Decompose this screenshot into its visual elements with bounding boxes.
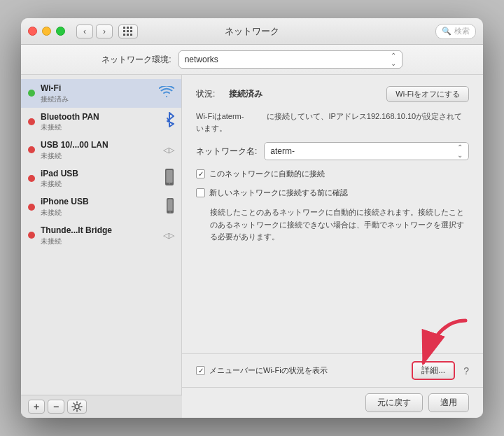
env-dropdown[interactable]: networks ⌃⌄ <box>178 50 402 69</box>
sidebar: Wi-Fi 接続済み Bluetooth PAN 未接続 <box>21 75 182 418</box>
status-value: 接続済み <box>229 88 262 100</box>
add-network-button[interactable]: + <box>28 400 45 414</box>
svg-point-5 <box>169 211 171 213</box>
network-name-bluetooth: Bluetooth PAN <box>41 112 159 123</box>
expand-icon-thunderbolt: ◁▷ <box>163 231 174 240</box>
status-dot-green <box>28 90 35 97</box>
status-description: Wi-Fiはaterm- に接続していて、IPアドレス192.168.10.10… <box>196 111 469 134</box>
auto-connect-label: このネットワークに自動的に接続 <box>209 169 325 179</box>
status-dot-red-iphone <box>28 204 35 211</box>
auto-connect-checkbox[interactable] <box>196 169 205 178</box>
network-status-iphone: 未接続 <box>41 208 160 217</box>
status-dot-red-ipad <box>28 175 35 182</box>
sidebar-item-wifi[interactable]: Wi-Fi 接続済み <box>21 79 181 108</box>
network-name-usb10: USB 10/...00 LAN <box>41 140 158 151</box>
status-row: 状況: 接続済み Wi-Fiをオフにする <box>196 86 469 102</box>
revert-button[interactable]: 元に戻す <box>365 393 423 412</box>
network-status-thunderbolt: 未接続 <box>41 237 158 246</box>
search-icon: 🔍 <box>442 27 451 36</box>
network-status-bluetooth: 未接続 <box>41 122 159 132</box>
sidebar-item-thunderbolt[interactable]: Thunde...lt Bridge 未接続 ◁▷ <box>21 221 181 250</box>
network-name-wifi: Wi-Fi <box>41 83 153 94</box>
menubar-label: メニューバーにWi-Fiの状況を表示 <box>209 365 328 376</box>
svg-rect-6 <box>169 198 172 199</box>
network-name-iphone: iPhone USB <box>41 197 160 208</box>
detail-button[interactable]: 詳細... <box>412 361 455 380</box>
expand-icon-usb10: ◁▷ <box>163 146 174 155</box>
detail-panel: 状況: 接続済み Wi-Fiをオフにする Wi-Fiはaterm- に接続してい… <box>182 75 483 418</box>
wifi-icon <box>159 86 174 101</box>
network-name-ipad: iPad USB <box>41 169 159 180</box>
svg-rect-1 <box>167 170 173 183</box>
network-name-dropdown[interactable]: aterm- ⌃⌄ <box>264 142 469 160</box>
env-label: ネットワーク環境: <box>102 54 171 66</box>
maximize-button[interactable] <box>56 27 65 36</box>
network-status-ipad: 未接続 <box>41 179 159 188</box>
search-box[interactable]: 🔍 検索 <box>435 24 476 39</box>
status-dot-red-bt <box>28 118 35 125</box>
network-name-thunderbolt: Thunde...lt Bridge <box>41 225 158 237</box>
env-value: networks <box>185 55 218 64</box>
remove-network-button[interactable]: − <box>48 400 64 414</box>
action-buttons: 詳細... ? <box>412 361 469 380</box>
ipad-device-icon <box>164 169 174 188</box>
sidebar-item-iphone[interactable]: iPhone USB 未接続 <box>21 192 181 221</box>
svg-rect-4 <box>168 199 173 211</box>
grid-icon <box>123 27 133 36</box>
traffic-lights <box>28 27 65 36</box>
bottom-bar: メニューバーにWi-Fiの状況を表示 詳細... ? <box>182 353 483 387</box>
sidebar-item-ipad[interactable]: iPad USB 未接続 <box>21 164 181 193</box>
status-label: 状況: <box>196 88 215 100</box>
wifi-off-button[interactable]: Wi-Fiをオフにする <box>386 86 469 102</box>
sidebar-item-bluetooth[interactable]: Bluetooth PAN 未接続 <box>21 108 181 136</box>
back-button[interactable]: ‹ <box>76 24 93 38</box>
apply-area: 元に戻す 適用 <box>182 387 483 418</box>
apply-button[interactable]: 適用 <box>428 393 469 412</box>
nav-buttons: ‹ › <box>76 24 113 38</box>
network-name-label: ネットワーク名: <box>196 146 257 157</box>
svg-point-2 <box>169 183 170 185</box>
close-button[interactable] <box>28 27 37 36</box>
new-network-label: 新しいネットワークに接続する前に確認 <box>209 188 348 198</box>
toolbar: ネットワーク環境: networks ⌃⌄ <box>21 45 483 75</box>
svg-point-7 <box>75 405 79 409</box>
new-network-checkbox[interactable] <box>196 188 205 197</box>
status-dot-red-tb <box>28 232 35 239</box>
iphone-device-icon <box>166 198 174 216</box>
forward-button[interactable]: › <box>96 24 113 38</box>
network-status-usb10: 未接続 <box>41 151 158 160</box>
status-dot-red-usb10 <box>28 146 35 153</box>
info-text: 接続したことのあるネットワークに自動的に接続されます。接続したことのあるネットワ… <box>196 206 469 244</box>
search-input[interactable]: 検索 <box>454 26 470 36</box>
main-content: Wi-Fi 接続済み Bluetooth PAN 未接続 <box>21 75 483 418</box>
window-title: ネットワーク <box>225 25 279 38</box>
grid-button[interactable] <box>118 24 138 38</box>
menubar-checkbox-row[interactable]: メニューバーにWi-Fiの状況を表示 <box>196 365 328 376</box>
bluetooth-icon <box>164 112 174 131</box>
new-network-row[interactable]: 新しいネットワークに接続する前に確認 <box>196 188 469 198</box>
network-status-wifi: 接続済み <box>41 94 153 104</box>
network-name-row: ネットワーク名: aterm- ⌃⌄ <box>196 142 469 160</box>
auto-connect-row[interactable]: このネットワークに自動的に接続 <box>196 169 469 179</box>
help-icon[interactable]: ? <box>463 365 469 377</box>
titlebar: ‹ › ネットワーク 🔍 検索 <box>21 18 483 45</box>
chevron-down-icon: ⌃⌄ <box>391 52 396 67</box>
gear-button[interactable] <box>67 400 87 414</box>
network-name-dropdown-value: aterm- <box>270 146 345 157</box>
network-name-chevron-icon: ⌃⌄ <box>457 143 463 159</box>
menubar-checkbox[interactable] <box>196 366 205 375</box>
sidebar-item-usb10[interactable]: USB 10/...00 LAN 未接続 ◁▷ <box>21 136 181 164</box>
minimize-button[interactable] <box>42 27 51 36</box>
